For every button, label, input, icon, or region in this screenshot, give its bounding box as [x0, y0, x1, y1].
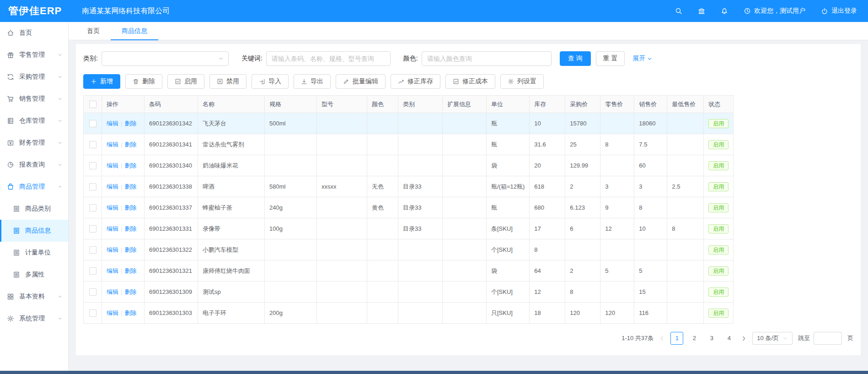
sidebar-item-8[interactable]: 商品类别 [0, 198, 68, 220]
cell-color [367, 303, 398, 324]
sidebar-item-3[interactable]: 销售管理 [0, 88, 68, 110]
search-button[interactable]: 查 询 [560, 51, 591, 66]
delete-link[interactable]: 删除 [124, 288, 136, 295]
page-number-3[interactable]: 3 [705, 332, 718, 345]
sidebar-item-10[interactable]: 计量单位 [0, 242, 68, 264]
row-checkbox[interactable] [89, 267, 96, 275]
chevron-down-icon [218, 55, 224, 63]
delete-link[interactable]: 删除 [124, 225, 136, 232]
sidebar-item-11[interactable]: 多属性 [0, 264, 68, 286]
sidebar-item-13[interactable]: 系统管理 [0, 308, 68, 330]
status-badge[interactable]: 启用 [708, 245, 729, 255]
logout-button[interactable]: 退出登录 [821, 7, 857, 15]
sidebar-item-7[interactable]: 商品管理 [0, 176, 68, 198]
row-checkbox[interactable] [89, 288, 96, 296]
toolbar-button-1[interactable]: 删除 [125, 74, 162, 89]
search-icon[interactable] [675, 7, 682, 15]
expand-link[interactable]: 展开 [632, 54, 653, 63]
status-badge[interactable]: 启用 [708, 182, 729, 191]
tab-home[interactable]: 首页 [76, 22, 111, 40]
edit-link[interactable]: 编辑 [107, 267, 118, 274]
page-number-1[interactable]: 1 [670, 332, 683, 345]
status-badge[interactable]: 启用 [708, 140, 729, 149]
sidebar-item-9[interactable]: 商品信息 [0, 220, 68, 242]
select-all-checkbox[interactable] [89, 101, 96, 108]
row-checkbox[interactable] [89, 246, 96, 254]
sidebar-item-1[interactable]: 零售管理 [0, 44, 68, 66]
sidebar-menu: 首页零售管理采购管理销售管理仓库管理财务管理报表查询商品管理商品类别商品信息计量… [0, 22, 69, 371]
status-badge[interactable]: 启用 [708, 287, 729, 297]
delete-link[interactable]: 删除 [124, 267, 136, 274]
edit-link[interactable]: 编辑 [107, 183, 118, 190]
next-page-button[interactable] [741, 336, 747, 341]
bell-icon[interactable] [721, 7, 728, 15]
edit-link[interactable]: 编辑 [107, 162, 118, 169]
edit-link[interactable]: 编辑 [107, 120, 118, 127]
prev-page-button[interactable] [659, 336, 665, 341]
delete-link[interactable]: 删除 [124, 162, 136, 169]
sidebar-item-5[interactable]: 财务管理 [0, 132, 68, 154]
sidebar-item-2[interactable]: 采购管理 [0, 66, 68, 88]
row-checkbox[interactable] [89, 120, 96, 127]
sidebar-item-4[interactable]: 仓库管理 [0, 110, 68, 132]
row-checkbox[interactable] [89, 204, 96, 211]
status-badge[interactable]: 启用 [708, 309, 729, 318]
toolbar-button-5[interactable]: 导出 [294, 74, 331, 89]
delete-link[interactable]: 删除 [124, 120, 136, 127]
toolbar-button-6[interactable]: 批量编辑 [336, 74, 386, 89]
status-badge[interactable]: 启用 [708, 266, 729, 276]
delete-link[interactable]: 删除 [124, 183, 136, 190]
horizontal-scrollbar[interactable] [0, 371, 868, 374]
row-checkbox[interactable] [89, 183, 96, 190]
edit-link[interactable]: 编辑 [107, 225, 118, 232]
edit-link[interactable]: 编辑 [107, 288, 118, 295]
cell-retail: 12 [600, 218, 634, 239]
status-badge[interactable]: 启用 [708, 203, 729, 212]
page-number-4[interactable]: 4 [723, 332, 735, 345]
toolbar-button-9[interactable]: 列设置 [500, 74, 544, 89]
category-select[interactable] [102, 51, 229, 66]
cell-category [398, 282, 443, 303]
row-checkbox[interactable] [89, 225, 96, 233]
edit-link[interactable]: 编辑 [107, 246, 118, 253]
delete-link[interactable]: 删除 [124, 204, 136, 211]
edit-link[interactable]: 编辑 [107, 309, 118, 316]
delete-link[interactable]: 删除 [124, 141, 136, 148]
toolbar-button-3[interactable]: 禁用 [209, 74, 246, 89]
jump-page-input[interactable] [814, 332, 842, 345]
bag-icon [7, 183, 14, 190]
edit-link[interactable]: 编辑 [107, 204, 118, 211]
toolbar-button-label: 修正成本 [462, 77, 488, 86]
toolbar-button-0[interactable]: 新增 [83, 74, 120, 89]
sidebar-item-12[interactable]: 基本资料 [0, 286, 68, 308]
cell-unit: 个[SKU] [487, 282, 530, 303]
color-input[interactable] [422, 51, 552, 66]
tab-product-info[interactable]: 商品信息 [111, 22, 158, 40]
bank-icon[interactable] [698, 7, 705, 15]
page-number-2[interactable]: 2 [688, 332, 701, 345]
reset-button[interactable]: 重 置 [596, 51, 625, 66]
status-badge[interactable]: 启用 [708, 119, 729, 128]
cell-purchase: 25 [565, 134, 600, 155]
toolbar-button-8[interactable]: 修正成本 [445, 74, 495, 89]
user-welcome[interactable]: 欢迎您，测试用户 [744, 7, 805, 15]
cell-model [317, 260, 367, 282]
chevron-down-icon [57, 294, 63, 299]
keyword-input[interactable] [266, 51, 391, 66]
toolbar-button-7[interactable]: 修正库存 [391, 74, 440, 89]
toolbar-button-2[interactable]: 启用 [167, 74, 204, 89]
row-checkbox[interactable] [89, 141, 96, 148]
edit-link[interactable]: 编辑 [107, 141, 118, 148]
toolbar-button-4[interactable]: 导入 [252, 74, 289, 89]
row-checkbox[interactable] [89, 162, 96, 169]
status-badge[interactable]: 启用 [708, 224, 729, 233]
row-checkbox[interactable] [89, 309, 96, 317]
cell-color [367, 282, 398, 303]
link-separator: | [121, 267, 122, 274]
page-size-select[interactable]: 10 条/页 [752, 332, 793, 345]
status-badge[interactable]: 启用 [708, 161, 729, 170]
delete-link[interactable]: 删除 [124, 309, 136, 316]
sidebar-item-6[interactable]: 报表查询 [0, 154, 68, 176]
sidebar-item-0[interactable]: 首页 [0, 22, 68, 44]
delete-link[interactable]: 删除 [124, 246, 136, 253]
